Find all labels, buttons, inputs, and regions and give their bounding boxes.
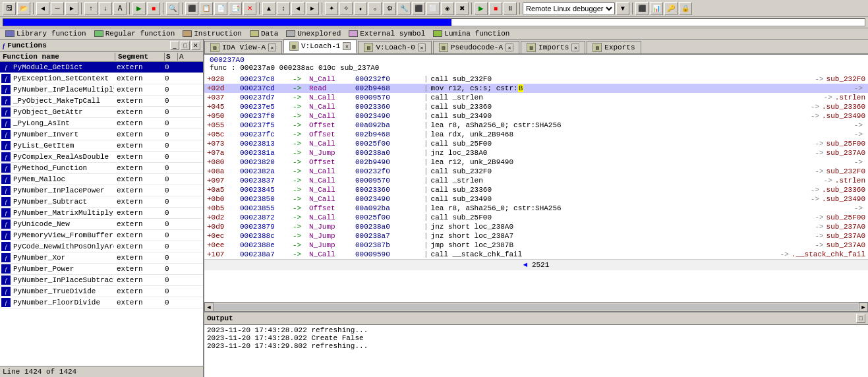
func-row[interactable]: f PyNumber_Xor extern 0 xyxy=(0,252,203,264)
tab-close-pseudocode-a[interactable]: ✕ xyxy=(506,44,513,51)
asm-row[interactable]: +05c 000237fc -> Offset 002b9468 | lea r… xyxy=(204,130,868,139)
asm-row[interactable]: +0d2 00023872 -> N_Call 00025f00 | call … xyxy=(204,213,868,222)
func-row[interactable]: f PyNumber_MatrixMultiply extern 0 xyxy=(0,208,203,219)
func-row[interactable]: f _PyObject_MakeTpCall extern 0 xyxy=(0,96,203,107)
asm-row[interactable]: +037 000237d7 -> N_Call 00009570 | call … xyxy=(204,93,868,102)
remote-debugger-dropdown[interactable]: ▼ xyxy=(616,2,629,15)
toolbar-misc4[interactable]: ► xyxy=(306,2,319,15)
toolbar-misc1[interactable]: ▲ xyxy=(262,2,275,15)
func-row[interactable]: f PyMethod_Function extern 0 xyxy=(0,163,203,174)
toolbar-font[interactable]: A xyxy=(113,2,127,15)
toolbar-debug-run[interactable]: ▶ xyxy=(475,2,488,15)
toolbar-forward[interactable]: ► xyxy=(65,2,78,15)
asm-row[interactable]: +0ee 0002388e -> N_Jump 0002387b | jmp s… xyxy=(204,241,868,250)
asm-row[interactable]: +055 000237f5 -> Offset 00a092ba | lea r… xyxy=(204,121,868,130)
toolbar-t6[interactable]: 🔧 xyxy=(397,2,411,15)
toolbar-extra4[interactable]: 🔒 xyxy=(679,2,692,15)
toolbar-extra3[interactable]: 🔑 xyxy=(664,2,678,15)
toolbar-patch2[interactable]: 📋 xyxy=(200,2,213,15)
func-row[interactable]: f PyNumber_InPlaceSubtract extern 0 xyxy=(0,275,203,286)
func-row[interactable]: f PyNumber_InPlaceMultiply extern 0 xyxy=(0,84,203,96)
h-scroll-right[interactable]: ► xyxy=(859,303,868,312)
asm-row[interactable]: +0a5 00023845 -> N_Call 00023360 | call … xyxy=(204,185,868,194)
tab-exports[interactable]: ▤Exports xyxy=(587,41,641,53)
functions-minimize[interactable]: _ xyxy=(170,41,179,50)
toolbar-t3[interactable]: ⬧ xyxy=(354,2,367,15)
toolbar-t7[interactable]: ⬛ xyxy=(412,2,425,15)
toolbar-extra1[interactable]: ⬛ xyxy=(635,2,649,15)
output-maximize[interactable]: □ xyxy=(856,314,865,323)
asm-row[interactable]: +07a 0002381a -> N_Jump 000238a0 | jnz l… xyxy=(204,148,868,158)
toolbar-back[interactable]: ◄ xyxy=(36,2,49,15)
toolbar-run[interactable]: ▶ xyxy=(132,2,146,15)
remote-debugger-select[interactable]: Remote Linux debugger xyxy=(523,2,615,15)
asm-scroll-arrow[interactable]: ◄ xyxy=(523,261,528,269)
asm-row[interactable]: +08a 0002382a -> N_Call 000232f0 | call … xyxy=(204,167,868,176)
toolbar-cancel[interactable]: ✕ xyxy=(243,2,256,15)
asm-row[interactable]: +02d 000237cd -> Read 002b9468 | mov r12… xyxy=(204,84,868,93)
toolbar-t5[interactable]: ⚙ xyxy=(383,2,396,15)
toolbar-open[interactable]: 📂 xyxy=(17,2,30,15)
toolbar-t9[interactable]: ◈ xyxy=(441,2,454,15)
func-row[interactable]: f PyNumber_Power extern 0 xyxy=(0,264,203,275)
func-row[interactable]: f PyList_GetItem extern 0 xyxy=(0,140,203,152)
functions-maximize[interactable]: □ xyxy=(181,41,190,50)
toolbar-t2[interactable]: ✧ xyxy=(339,2,353,15)
func-row[interactable]: f PyMemoryView_FromBuffer extern 0 xyxy=(0,230,203,241)
toolbar-dash[interactable]: ─ xyxy=(51,2,64,15)
toolbar-t8[interactable]: ⬜ xyxy=(426,2,440,15)
functions-close[interactable]: ✕ xyxy=(191,41,200,50)
toolbar-debug-stop[interactable]: ■ xyxy=(489,2,502,15)
func-row[interactable]: f PyException_SetContext extern 0 xyxy=(0,73,203,84)
toolbar-misc3[interactable]: ◄ xyxy=(291,2,304,15)
func-row[interactable]: f PyNumber_Subtract extern 0 xyxy=(0,196,203,208)
func-row[interactable]: f PyUnicode_New extern 0 xyxy=(0,219,203,230)
asm-view[interactable]: 000237A0func : 000237a0 000238ac 010c su… xyxy=(204,55,868,302)
toolbar-down[interactable]: ↓ xyxy=(99,2,112,15)
asm-row[interactable]: +0d9 00023879 -> N_Jump 000238a0 | jnz s… xyxy=(204,222,868,231)
asm-row[interactable]: +0b5 00023855 -> Offset 00a092ba | lea r… xyxy=(204,204,868,213)
asm-row[interactable]: +0ec 0002388c -> N_Jump 000238a7 | jnz s… xyxy=(204,231,868,241)
tab-close-imports[interactable]: ✕ xyxy=(571,44,579,51)
toolbar-patch4[interactable]: 📑 xyxy=(229,2,242,15)
asm-row[interactable]: +080 00023820 -> Offset 002b9490 | lea r… xyxy=(204,158,868,167)
func-row[interactable]: f PyCode_NewWithPosOnlyArgs extern 0 xyxy=(0,241,203,252)
tab-close-ida-view-a[interactable]: ✕ xyxy=(268,44,276,51)
tab-v-loach-0[interactable]: ▤V:Loach-0✕ xyxy=(358,41,431,53)
func-row[interactable]: f PyModule_GetDict extern 0 xyxy=(0,62,203,73)
tab-close-v-loach-1[interactable]: ✕ xyxy=(343,42,351,50)
h-scroll-track[interactable] xyxy=(214,304,858,310)
func-row[interactable]: f PyNumber_FloorDivide extern 0 xyxy=(0,297,203,308)
toolbar-stop[interactable]: ■ xyxy=(147,2,160,15)
func-row[interactable]: f PyComplex_RealAsDouble extern 0 xyxy=(0,152,203,163)
toolbar-patch1[interactable]: ⬛ xyxy=(185,2,198,15)
toolbar-extra2[interactable]: 📊 xyxy=(650,2,663,15)
h-scroll-left[interactable]: ◄ xyxy=(204,303,214,312)
func-row[interactable]: f PyNumber_InPlacePower extern 0 xyxy=(0,185,203,196)
toolbar-debug-pause[interactable]: ⏸ xyxy=(504,2,517,15)
tab-ida-view-a[interactable]: ▤IDA View-A✕ xyxy=(204,41,282,53)
toolbar-up[interactable]: ↑ xyxy=(84,2,98,15)
toolbar-search[interactable]: 🔍 xyxy=(166,2,179,15)
func-row[interactable]: f PyObject_GetAttr extern 0 xyxy=(0,107,203,118)
asm-row[interactable]: +097 00023837 -> N_Call 00009570 | call … xyxy=(204,176,868,185)
toolbar-t10[interactable]: ✖ xyxy=(455,2,469,15)
asm-row[interactable]: +0b0 00023850 -> N_Call 00023490 | call … xyxy=(204,194,868,204)
func-row[interactable]: f PyNumber_Invert extern 0 xyxy=(0,129,203,140)
tab-imports[interactable]: ▤Imports✕ xyxy=(521,41,585,53)
tab-close-v-loach-0[interactable]: ✕ xyxy=(418,44,426,51)
tab-v-loach-1[interactable]: ▤V:Loach-1✕ xyxy=(283,40,357,53)
asm-row[interactable]: +050 000237f0 -> N_Call 00023490 | call … xyxy=(204,111,868,121)
toolbar-patch3[interactable]: 📄 xyxy=(214,2,227,15)
tab-pseudocode-a[interactable]: ▤Pseudocode-A✕ xyxy=(433,41,519,53)
asm-row[interactable]: +107 000238a7 -> N_Call 00009590 | call … xyxy=(204,250,868,259)
toolbar-t4[interactable]: ⬦ xyxy=(368,2,382,15)
toolbar-new[interactable]: 🖫 xyxy=(3,2,16,15)
asm-row[interactable]: +028 000237c8 -> N_Call 000232f0 | call … xyxy=(204,74,868,84)
func-row[interactable]: f _PyLong_AsInt extern 0 xyxy=(0,118,203,129)
output-content[interactable]: 2023-11-20 17:43:28.022 refreshing...202… xyxy=(204,325,868,377)
functions-list[interactable]: f PyModule_GetDict extern 0 f PyExceptio… xyxy=(0,62,203,366)
toolbar-misc2[interactable]: ↕ xyxy=(277,2,290,15)
func-row[interactable]: f PyMem_Malloc extern 0 xyxy=(0,174,203,185)
toolbar-t1[interactable]: ✦ xyxy=(325,2,338,15)
